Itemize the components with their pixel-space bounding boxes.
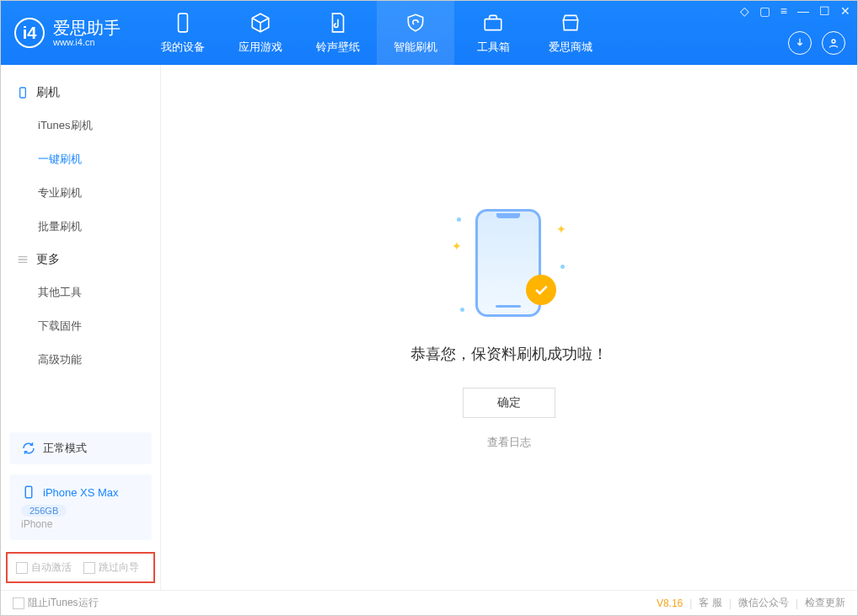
- phone-outline-icon: [21, 485, 36, 500]
- version-label: V8.16: [657, 597, 683, 609]
- sidebar-group-more[interactable]: 更多: [1, 244, 160, 276]
- toolbox-icon: [481, 11, 505, 35]
- svg-rect-0: [179, 13, 188, 32]
- tab-smart-flash[interactable]: 智能刷机: [377, 1, 454, 65]
- app-logo[interactable]: i4 爱思助手 www.i4.cn: [1, 1, 134, 65]
- check-badge-icon: [526, 275, 556, 305]
- tab-store[interactable]: 爱思商城: [532, 1, 609, 65]
- tab-label: 智能刷机: [394, 40, 437, 55]
- sidebar-item-advanced[interactable]: 高级功能: [1, 343, 160, 377]
- phone-icon: [171, 11, 195, 35]
- tab-apps-games[interactable]: 应用游戏: [222, 1, 299, 65]
- window-controls-row1: ◇ ▢ ≡ — ☐ ✕: [740, 4, 850, 18]
- sidebar-item-download-firmware[interactable]: 下载固件: [1, 309, 160, 343]
- maximize-button[interactable]: ☐: [819, 4, 830, 18]
- svg-rect-1: [485, 19, 501, 30]
- customer-service-link[interactable]: 客 服: [699, 596, 721, 610]
- sidebar: 刷机 iTunes刷机 一键刷机 专业刷机 批量刷机 更多 其他工具 下载固件 …: [1, 65, 161, 590]
- store-icon: [559, 11, 582, 35]
- rect-icon[interactable]: ▢: [759, 4, 770, 18]
- sidebar-item-itunes-flash[interactable]: iTunes刷机: [1, 109, 160, 142]
- sidebar-item-other-tools[interactable]: 其他工具: [1, 276, 160, 309]
- tab-label: 工具箱: [477, 40, 510, 55]
- close-button[interactable]: ✕: [840, 4, 850, 18]
- user-button[interactable]: [822, 31, 845, 55]
- sidebar-group-flash[interactable]: 刷机: [1, 77, 160, 109]
- window-controls-row2: [788, 31, 845, 55]
- sidebar-group-label: 更多: [36, 252, 60, 267]
- sidebar-item-onekey-flash[interactable]: 一键刷机: [1, 142, 160, 176]
- tab-label: 应用游戏: [239, 40, 282, 55]
- main-content: ✦ ✦ 恭喜您，保资料刷机成功啦！ 确定 查看日志: [161, 65, 857, 590]
- tab-label: 铃声壁纸: [316, 40, 360, 55]
- refresh-shield-icon: [404, 11, 427, 35]
- tab-label: 我的设备: [161, 40, 205, 55]
- svg-rect-3: [20, 88, 26, 98]
- logo-icon: i4: [14, 18, 45, 48]
- music-file-icon: [326, 11, 350, 35]
- tab-ringtone-wallpaper[interactable]: 铃声壁纸: [299, 1, 377, 65]
- sidebar-group-label: 刷机: [36, 85, 60, 100]
- list-icon: [16, 253, 29, 266]
- checkbox-auto-activate[interactable]: 自动激活: [16, 560, 72, 575]
- success-message: 恭喜您，保资料刷机成功啦！: [410, 344, 608, 364]
- sparkle-icon: ✦: [556, 222, 566, 236]
- sync-icon: [21, 441, 36, 456]
- svg-rect-4: [25, 486, 32, 498]
- sparkle-icon: ✦: [452, 239, 462, 253]
- menu-icon[interactable]: ≡: [780, 4, 787, 18]
- minimize-button[interactable]: —: [797, 4, 809, 18]
- tab-toolbox[interactable]: 工具箱: [454, 1, 532, 65]
- success-illustration: ✦ ✦: [450, 206, 568, 324]
- checkbox-block-itunes[interactable]: 阻止iTunes运行: [13, 596, 99, 610]
- device-card[interactable]: iPhone XS Max 256GB iPhone: [9, 474, 152, 540]
- app-subtitle: www.i4.cn: [53, 37, 121, 47]
- device-type-label: iPhone: [21, 518, 52, 530]
- download-button[interactable]: [788, 31, 812, 55]
- device-storage-badge: 256GB: [21, 505, 67, 517]
- device-mode-status[interactable]: 正常模式: [9, 432, 152, 464]
- top-tabs: 我的设备 应用游戏 铃声壁纸 智能刷机 工具箱 爱思商城: [144, 1, 609, 65]
- device-mode-label: 正常模式: [43, 441, 87, 456]
- flash-options-box: 自动激活 跳过向导: [6, 552, 155, 583]
- tab-my-device[interactable]: 我的设备: [144, 1, 222, 65]
- cube-icon: [249, 11, 272, 35]
- sidebar-item-batch-flash[interactable]: 批量刷机: [1, 210, 160, 244]
- device-name-label: iPhone XS Max: [43, 486, 119, 499]
- tshirt-icon[interactable]: ◇: [740, 4, 749, 18]
- checkbox-skip-guide[interactable]: 跳过向导: [83, 560, 139, 575]
- tab-label: 爱思商城: [549, 40, 593, 55]
- titlebar: i4 爱思助手 www.i4.cn 我的设备 应用游戏 铃声壁纸 智能刷机 工具…: [1, 1, 857, 65]
- app-title: 爱思助手: [53, 19, 121, 37]
- status-bar: 阻止iTunes运行 V8.16 | 客 服 | 微信公众号 | 检查更新: [1, 590, 857, 615]
- sidebar-item-pro-flash[interactable]: 专业刷机: [1, 176, 160, 210]
- phone-small-icon: [16, 86, 29, 99]
- svg-point-2: [832, 40, 835, 43]
- view-log-link[interactable]: 查看日志: [487, 435, 531, 450]
- check-update-link[interactable]: 检查更新: [805, 596, 845, 610]
- ok-button[interactable]: 确定: [463, 388, 555, 418]
- wechat-link[interactable]: 微信公众号: [738, 596, 789, 610]
